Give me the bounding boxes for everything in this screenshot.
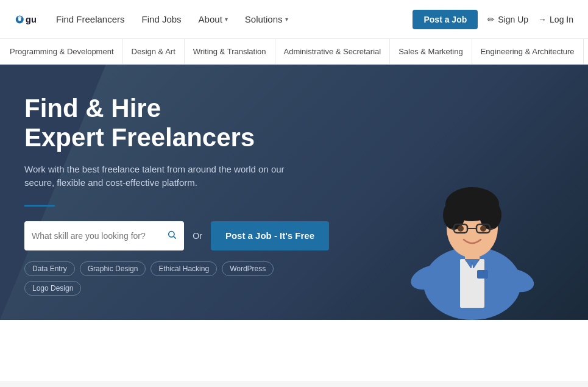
about-chevron-icon: ▾: [225, 16, 228, 23]
tag-logo-design[interactable]: Logo Design: [24, 281, 81, 296]
svg-line-4: [174, 236, 176, 239]
hero-person-image: [369, 113, 576, 320]
or-text: Or: [193, 231, 202, 241]
solutions-chevron-icon: ▾: [285, 16, 288, 23]
search-box: [24, 221, 184, 250]
navbar-actions: Post a Job ✏ Sign Up → Log In: [413, 10, 573, 29]
category-bar: Programming & Development Design & Art W…: [0, 39, 588, 65]
svg-point-3: [169, 231, 174, 236]
tag-graphic-design[interactable]: Graphic Design: [80, 261, 146, 276]
svg-point-1: [18, 18, 21, 21]
category-sales[interactable]: Sales & Marketing: [390, 39, 472, 65]
hero-divider: [24, 205, 55, 207]
hero-title: Find & Hire Expert Freelancers: [24, 94, 329, 153]
svg-rect-21: [477, 270, 488, 279]
svg-point-19: [458, 225, 464, 232]
hero-section: Find & Hire Expert Freelancers Work with…: [0, 65, 588, 320]
category-engineering[interactable]: Engineering & Architecture: [472, 39, 584, 65]
tag-wordpress[interactable]: WordPress: [222, 261, 274, 276]
nav-links: Find Freelancers Find Jobs About ▾ Solut…: [56, 14, 393, 24]
post-job-nav-button[interactable]: Post a Job: [413, 10, 478, 29]
more-categories-button[interactable]: ›: [584, 46, 588, 57]
nav-solutions[interactable]: Solutions ▾: [245, 14, 288, 24]
category-writing[interactable]: Writing & Translation: [185, 39, 275, 65]
nav-find-freelancers[interactable]: Find Freelancers: [56, 14, 125, 24]
tag-data-entry[interactable]: Data Entry: [24, 261, 75, 276]
category-administrative[interactable]: Administrative & Secretarial: [275, 39, 391, 65]
svg-text:guru: guru: [26, 14, 37, 24]
hero-content: Find & Hire Expert Freelancers Work with…: [0, 65, 353, 320]
hero-tags: Data Entry Graphic Design Ethical Hackin…: [24, 261, 329, 296]
login-icon: →: [538, 15, 547, 24]
tag-ethical-hacking[interactable]: Ethical Hacking: [151, 261, 217, 276]
navbar: guru Find Freelancers Find Jobs About ▾ …: [0, 0, 588, 39]
svg-point-20: [480, 225, 486, 232]
hero-image-area: [344, 65, 588, 320]
svg-point-13: [480, 201, 501, 230]
category-programming[interactable]: Programming & Development: [10, 39, 123, 65]
nav-find-jobs[interactable]: Find Jobs: [142, 14, 182, 24]
search-input[interactable]: [32, 231, 162, 241]
post-job-hero-button[interactable]: Post a Job - It's Free: [211, 221, 329, 250]
hero-subtitle: Work with the best freelance talent from…: [24, 163, 286, 190]
hero-search-row: Or Post a Job - It's Free: [24, 221, 329, 250]
login-button[interactable]: → Log In: [538, 15, 573, 24]
svg-rect-6: [460, 259, 484, 308]
search-icon: [167, 230, 177, 242]
logo[interactable]: guru: [15, 12, 37, 27]
signup-button[interactable]: ✏ Sign Up: [487, 15, 528, 24]
bottom-area: [0, 320, 588, 381]
nav-about[interactable]: About ▾: [199, 14, 228, 24]
category-design[interactable]: Design & Art: [123, 39, 185, 65]
edit-icon: ✏: [487, 15, 495, 24]
